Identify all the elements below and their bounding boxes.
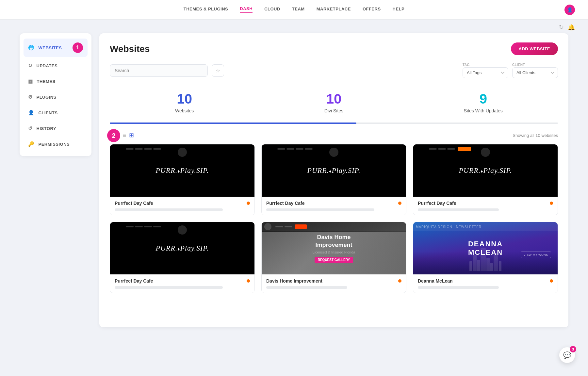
user-avatar[interactable]: 👤 <box>564 5 575 15</box>
card-name-0: Purrfect Day Cafe <box>115 201 250 206</box>
thumb-nav-item <box>126 148 134 150</box>
showing-text: Showing all 10 websites <box>513 133 558 138</box>
thumb-logo-4 <box>264 223 271 230</box>
sidebar-item-plugins[interactable]: ⚙ PLUGINS <box>24 90 88 104</box>
card-info-3: Purrfect Day Cafe <box>110 274 254 293</box>
card-meta-1 <box>266 208 374 211</box>
sidebar-label-plugins: PLUGINS <box>37 95 57 100</box>
thumb-topbar-3 <box>110 222 254 231</box>
website-thumbnail-1: PURR.♦Play.SIP. <box>262 144 406 197</box>
list-view-icon[interactable]: ≡ <box>123 132 126 139</box>
sidebar-item-websites[interactable]: 🌐 WEBSITES 1 <box>24 39 88 57</box>
sidebar-label-permissions: PERMISSIONS <box>39 142 70 147</box>
search-input[interactable] <box>110 64 208 77</box>
website-thumbnail-5: MARIQUITA DESIGN · NEWSLETTER DEANNAMCLE… <box>413 222 558 274</box>
toolbar-row: ↻ 🔔 <box>0 20 588 33</box>
client-filter-label: CLIENT <box>512 63 558 67</box>
thumb-nav-item <box>144 148 152 150</box>
main-layout: 🌐 WEBSITES 1 ↻ UPDATES ▦ THEMES ⚙ PLUGIN… <box>0 33 588 340</box>
card-meta-3 <box>115 286 223 289</box>
client-filter-select[interactable]: All Clients <box>512 67 558 78</box>
thumb-nav-item <box>153 226 161 227</box>
stat-updates-count: 9 <box>409 91 558 107</box>
nav-help[interactable]: HELP <box>393 7 405 13</box>
website-card-3[interactable]: PURR.♦Play.SIP. Purrfect Day Cafe <box>110 222 255 293</box>
card-info-4: Davis Home Improvement <box>262 274 406 293</box>
thumb-topbar-1 <box>262 144 406 154</box>
website-thumbnail-2: PURR.♦Play.SIP. <box>413 144 558 197</box>
contact-tag <box>295 224 307 229</box>
card-info-5: Deanna McLean <box>413 274 558 293</box>
sidebar-item-themes[interactable]: ▦ THEMES <box>24 74 88 88</box>
thumb-topbar-0 <box>110 144 254 154</box>
bell-icon[interactable]: 🔔 <box>568 24 575 31</box>
tag-filter-select[interactable]: All Tags <box>463 67 508 78</box>
sidebar-label-clients: CLIENTS <box>39 110 58 115</box>
sidebar-item-history[interactable]: ↺ HISTORY <box>24 122 88 135</box>
thumb-nav-item <box>275 226 283 227</box>
purr-brand-text-3: PURR.♦Play.SIP. <box>156 244 209 253</box>
globe-icon: 🌐 <box>28 45 35 51</box>
step-badge-2: 2 <box>107 129 120 142</box>
chat-icon: 💬 <box>563 351 571 359</box>
card-meta-2 <box>418 208 499 211</box>
sidebar-label-updates: UPDATES <box>37 63 58 68</box>
chat-bubble[interactable]: 💬 3 <box>559 347 575 363</box>
page-title: Websites <box>110 44 150 54</box>
davis-request-btn[interactable]: REQUEST GALLERY <box>315 257 353 263</box>
add-website-button[interactable]: ADD WEBSITE <box>511 42 558 55</box>
card-meta-0 <box>115 208 223 211</box>
sidebar-label-websites: WEBSITES <box>39 45 62 50</box>
stats-row: 10 Websites 10 Divi Sites 9 Sites With U… <box>110 87 558 120</box>
website-card-5[interactable]: MARIQUITA DESIGN · NEWSLETTER DEANNAMCLE… <box>413 222 558 293</box>
website-card-0[interactable]: PURR.♦Play.SIP. Purrfect Day Cafe <box>110 144 255 215</box>
sidebar: 🌐 WEBSITES 1 ↻ UPDATES ▦ THEMES ⚙ PLUGIN… <box>20 33 91 156</box>
tag-badge <box>458 147 471 151</box>
updates-icon: ↻ <box>28 63 33 69</box>
thumb-logo-3 <box>178 225 187 235</box>
thumb-nav-item <box>277 148 285 150</box>
grid-view-icon[interactable]: ⊞ <box>129 132 134 139</box>
website-card-1[interactable]: PURR.♦Play.SIP. Purrfect Day Cafe <box>261 144 406 215</box>
thumb-nav-item <box>305 148 313 150</box>
nav-offers[interactable]: OFFERS <box>363 7 381 13</box>
thumb-nav-item <box>126 226 134 227</box>
nav-marketplace[interactable]: MARKETPLACE <box>317 7 351 13</box>
card-name-1: Purrfect Day Cafe <box>266 201 401 206</box>
davis-content: Davis HomeImprovement Licensed & Insured… <box>313 234 355 263</box>
card-name-5: Deanna McLean <box>418 278 553 284</box>
website-thumbnail-4: Davis HomeImprovement Licensed & Insured… <box>262 222 406 274</box>
refresh-icon[interactable]: ↻ <box>559 24 564 31</box>
website-card-2[interactable]: PURR.♦Play.SIP. Purrfect Day Cafe <box>413 144 558 215</box>
filters-row: ☆ TAG All Tags CLIENT All Clients <box>110 63 558 78</box>
nav-right: 👤 <box>564 5 575 15</box>
sidebar-item-updates[interactable]: ↻ UPDATES <box>24 59 88 73</box>
nav-team[interactable]: TEAM <box>292 7 305 13</box>
nav-dash[interactable]: DASH <box>240 6 253 13</box>
nav-cloud[interactable]: CLOUD <box>264 7 280 13</box>
thumb-topbar-2 <box>413 144 558 154</box>
stat-websites-count: 10 <box>110 91 259 107</box>
status-dot-5 <box>550 279 553 283</box>
permissions-icon: 🔑 <box>28 141 35 147</box>
status-dot-3 <box>247 279 250 283</box>
thumb-nav-item <box>286 148 294 150</box>
thumb-logo-1 <box>329 148 338 157</box>
sidebar-item-clients[interactable]: 👤 CLIENTS <box>24 106 88 120</box>
website-thumbnail-0: PURR.♦Play.SIP. <box>110 144 254 197</box>
history-icon: ↺ <box>28 125 33 131</box>
progress-bar-fill <box>110 123 356 124</box>
star-filter-button[interactable]: ☆ <box>212 64 224 77</box>
top-nav: THEMES & PLUGINS DASH CLOUD TEAM MARKETP… <box>0 0 588 20</box>
website-card-4[interactable]: Davis HomeImprovement Licensed & Insured… <box>261 222 406 293</box>
status-dot-2 <box>550 202 553 205</box>
sidebar-item-permissions[interactable]: 🔑 PERMISSIONS <box>24 137 88 151</box>
nav-themes-plugins[interactable]: THEMES & PLUGINS <box>184 7 228 13</box>
content-area: Websites ADD WEBSITE ☆ TAG All Tags CLIE… <box>99 33 568 327</box>
stat-updates-label: Sites With Updates <box>409 108 558 113</box>
stat-divi-count: 10 <box>259 91 408 107</box>
websites-badge: 1 <box>73 42 83 53</box>
card-meta-4 <box>266 286 347 289</box>
thumb-nav-item <box>144 226 152 227</box>
thumb-nav-item <box>285 226 292 227</box>
